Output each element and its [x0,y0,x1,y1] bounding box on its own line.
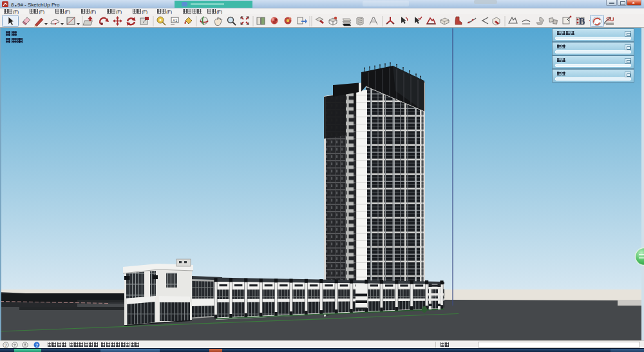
svg-text:?: ? [35,343,38,347]
svg-text:A1: A1 [173,19,178,23]
svg-text:SU: SU [606,16,614,23]
svg-text:B: B [579,17,585,26]
svg-text:8: 8 [11,2,14,8]
svg-text:9# - SketchUp Pro: 9# - SketchUp Pro [17,2,60,8]
svg-text:?: ? [5,343,7,347]
